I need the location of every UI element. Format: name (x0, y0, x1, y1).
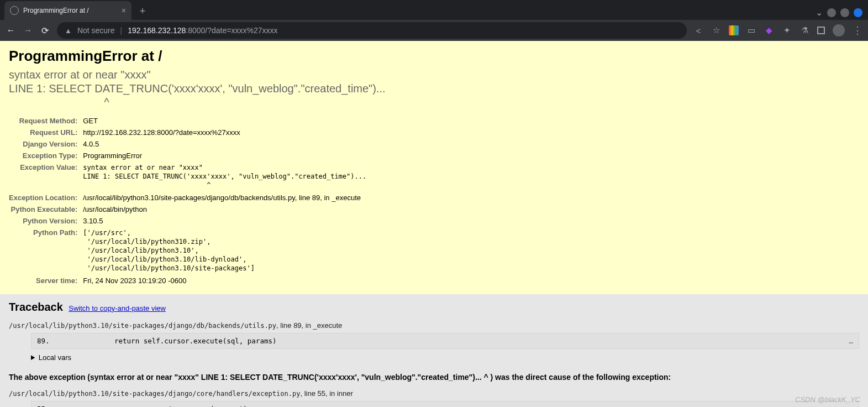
meta-value: 4.0.5 (83, 138, 366, 150)
window-max-icon[interactable] (840, 8, 849, 17)
meta-value: http://192.168.232.128:8000/?date=xxxx%2… (83, 127, 366, 138)
meta-label: Server time: (9, 275, 83, 286)
request-meta-table: Request Method:GET Request URL:http://19… (9, 115, 366, 286)
meta-value: GET (83, 115, 366, 127)
error-summary: ProgrammingError at / syntax error at or… (0, 41, 868, 294)
frame-code-line[interactable]: 89. return self.cursor.execute(sql, para… (31, 333, 859, 349)
frame-location: /usr/local/lib/python3.10/site-packages/… (9, 389, 859, 398)
switch-view-link[interactable]: Switch to copy-and-paste view (69, 304, 166, 312)
browser-chrome: ProgrammingError at / × + ⌄ ← → ⟳ ▲ Not … (0, 0, 868, 41)
url-path: :8000/?date=xxxx%27xxxx (186, 26, 277, 35)
extensions-icon[interactable]: ✦ (782, 25, 792, 35)
reload-icon[interactable]: ⟳ (40, 25, 50, 36)
frame-code-line[interactable]: 55. response = get_response(request) … (31, 401, 859, 408)
window-min-icon[interactable] (827, 8, 836, 17)
extension-purple-icon[interactable]: ◆ (764, 25, 774, 35)
meta-value: /usr/local/bin/python (83, 204, 366, 215)
code-text: return self.cursor.execute(sql, params) (114, 337, 277, 345)
tab-title: ProgrammingError at / (23, 7, 89, 14)
menu-icon[interactable]: ⋮ (853, 25, 862, 35)
ellipsis-icon[interactable]: … (849, 337, 853, 345)
meta-label: Exception Location: (9, 192, 83, 204)
frame-file: /usr/local/lib/python3.10/site-packages/… (9, 322, 276, 330)
globe-icon (10, 6, 19, 15)
omnibox[interactable]: ▲ Not secure | 192.168.232.128:8000/?dat… (57, 22, 687, 39)
warning-icon: ▲ (65, 27, 72, 35)
meta-label: Request Method: (9, 115, 83, 127)
new-tab-button[interactable]: + (135, 3, 150, 19)
tab-strip: ProgrammingError at / × + ⌄ (0, 0, 868, 20)
frame-location: /usr/local/lib/python3.10/site-packages/… (9, 321, 859, 330)
bookmark-icon[interactable]: ☆ (711, 25, 721, 35)
separator: | (120, 26, 123, 35)
meta-value: 3.10.5 (83, 215, 366, 227)
not-secure-label: Not secure (77, 26, 115, 35)
forward-icon[interactable]: → (23, 25, 33, 35)
meta-value: /usr/local/lib/python3.10/site-packages/… (83, 192, 366, 204)
meta-value: ProgrammingError (83, 150, 366, 161)
window-controls: ⌄ (816, 7, 868, 18)
meta-label: Django Version: (9, 138, 83, 150)
local-vars-toggle[interactable]: Local vars (31, 353, 859, 362)
line-number: 55. (37, 405, 114, 408)
page-content: ProgrammingError at / syntax error at or… (0, 41, 868, 407)
line-number: 89. (37, 337, 114, 345)
code-text: response = get_response(request) (114, 405, 248, 408)
meta-label: Exception Value: (9, 161, 83, 192)
exception-message: syntax error at or near "xxxx" LINE 1: S… (9, 68, 859, 109)
ellipsis-icon[interactable]: … (849, 405, 853, 408)
meta-value: syntax error at or near "xxxx" LINE 1: S… (83, 161, 366, 192)
watermark: CSDN @blackK_YC (795, 395, 860, 404)
page-title: ProgrammingError at / (9, 48, 859, 65)
share-icon[interactable]: < (693, 25, 703, 35)
profile-avatar-icon[interactable] (833, 24, 845, 36)
browser-tab[interactable]: ProgrammingError at / × (4, 1, 131, 20)
traceback-section: Traceback Switch to copy-and-paste view … (0, 294, 868, 408)
close-icon[interactable]: × (122, 6, 126, 15)
meta-label: Request URL: (9, 127, 83, 138)
back-icon[interactable]: ← (6, 25, 16, 35)
flask-icon[interactable]: ⚗ (799, 25, 809, 35)
exception-cause: The above exception (syntax error at or … (9, 373, 859, 382)
extension-grey-icon[interactable]: ▭ (746, 25, 756, 35)
meta-label: Python Version: (9, 215, 83, 227)
toolbar-right: < ☆ ▭ ◆ ✦ ⚗ ⋮ (693, 24, 862, 36)
meta-label: Exception Type: (9, 150, 83, 161)
url-host: 192.168.232.128 (128, 26, 186, 35)
meta-value: ['/usr/src', '/usr/local/lib/python310.z… (83, 227, 366, 275)
traceback-heading: Traceback (9, 301, 63, 313)
meta-label: Python Executable: (9, 204, 83, 215)
window-close-icon[interactable] (854, 8, 862, 17)
frame-line-func: , line 89, in _execute (276, 321, 342, 330)
panel-icon[interactable] (817, 27, 825, 34)
python-path-pre: ['/usr/src', '/usr/local/lib/python310.z… (83, 228, 366, 273)
local-vars-label[interactable]: Local vars (31, 353, 859, 362)
frame-file: /usr/local/lib/python3.10/site-packages/… (9, 390, 300, 398)
exception-value-pre: syntax error at or near "xxxx" LINE 1: S… (83, 163, 366, 190)
extension-rainbow-icon[interactable] (729, 25, 739, 35)
address-bar: ← → ⟳ ▲ Not secure | 192.168.232.128:800… (0, 20, 868, 41)
meta-value: Fri, 24 Nov 2023 10:19:20 -0600 (83, 275, 366, 286)
meta-label: Python Path: (9, 227, 83, 275)
chevron-down-icon[interactable]: ⌄ (816, 7, 823, 18)
frame-line-func: , line 55, in inner (300, 389, 353, 398)
